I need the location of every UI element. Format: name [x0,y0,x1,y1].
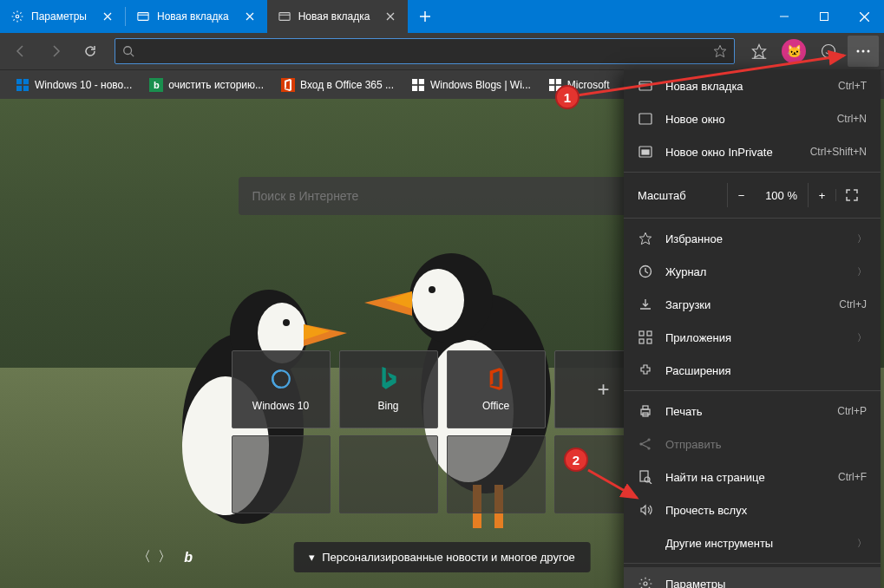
tile-label: Office [482,400,509,412]
forward-button[interactable] [40,36,71,67]
newtab-icon [278,10,291,23]
svg-rect-36 [549,85,554,90]
annotation-badge-1: 1 [555,85,580,109]
menu-new-inprivate[interactable]: Новое окно InPrivate Ctrl+Shift+N [624,135,881,168]
svg-rect-31 [419,79,424,84]
menu-apps[interactable]: Приложения 〉 [624,321,881,354]
bookmark-label: Windows Blogs | Wi... [430,79,531,91]
menu-shortcut: Ctrl+P [837,405,867,417]
maximize-button[interactable] [804,0,844,33]
svg-rect-53 [639,114,652,124]
svg-point-17 [124,47,132,55]
menu-share[interactable]: Отправить [624,428,881,461]
svg-point-42 [283,319,290,326]
tile-windows10[interactable]: Windows 10 [232,350,331,428]
svg-rect-35 [556,79,561,84]
tab-label: Новая вкладка [298,10,370,23]
gear-icon [638,576,653,588]
bookmark-item[interactable]: Windows 10 - ново... [9,75,139,95]
minimize-button[interactable] [764,0,804,33]
search-input[interactable] [252,189,625,203]
bookmark-item[interactable]: Вход в Office 365 ... [274,75,401,95]
windows-icon [269,367,293,391]
back-button[interactable] [5,36,36,67]
svg-line-70 [588,470,637,498]
newtab-icon [136,10,150,23]
tile-label: Windows 10 [252,400,309,412]
menu-history[interactable]: Журнал 〉 [624,255,881,288]
menu-shortcut: Ctrl+J [839,298,867,310]
next-image-button[interactable]: 〉 [158,548,172,566]
tile-empty[interactable] [447,435,546,513]
annotation-badge-2: 2 [564,448,588,472]
refresh-button[interactable] [75,36,106,67]
menu-label: Другие инструменты [665,537,845,550]
menu-new-window[interactable]: Новое окно Ctrl+N [624,102,881,135]
office-icon [281,78,295,92]
bing-icon [377,367,401,391]
download-icon [638,297,653,312]
titlebar: Параметры Новая вкладка Новая вкладка [0,0,884,33]
image-nav: 〈 〉 b [137,548,193,566]
prev-image-button[interactable]: 〈 [137,548,151,566]
tab-newtab-1[interactable]: Новая вкладка [126,0,267,33]
apps-icon [638,330,653,345]
bookmark-item[interactable]: b очистить историю... [142,75,271,95]
window-icon [638,111,653,127]
tile-bing[interactable]: Bing [339,350,438,428]
menu-label: Загрузки [665,298,827,311]
blank-icon [638,535,653,551]
svg-rect-60 [639,339,644,343]
menu-favorites[interactable]: Избранное 〉 [624,222,881,255]
menu-more-tools[interactable]: Другие инструменты 〉 [624,526,881,559]
menu-downloads[interactable]: Загрузки Ctrl+J [624,288,881,321]
svg-marker-56 [639,232,651,244]
bookmark-label: Windows 10 - ново... [35,79,132,91]
tile-office[interactable]: Office [447,350,546,428]
new-tab-button[interactable] [408,0,442,33]
menu-label: Параметры [665,578,867,589]
svg-rect-32 [412,85,417,90]
annotation-arrow-2 [581,463,651,506]
tab-settings[interactable]: Параметры [0,0,125,33]
tile-empty[interactable] [232,435,331,513]
menu-read-aloud[interactable]: Прочесть вслух [624,493,881,526]
share-icon [638,436,653,452]
chevron-down-icon: ▾ [309,551,315,564]
close-window-button[interactable] [844,0,884,33]
history-icon [638,264,653,279]
bookmark-item[interactable]: Windows Blogs | Wi... [404,75,538,95]
fullscreen-button[interactable] [835,189,867,201]
svg-rect-63 [643,406,648,409]
zoom-in-button[interactable]: + [808,183,835,207]
menu-shortcut: Ctrl+Shift+N [810,146,867,158]
zoom-out-button[interactable]: − [727,183,755,207]
close-icon[interactable] [101,10,115,23]
bookmark-label: Вход в Office 365 ... [300,79,394,91]
menu-label: Новое окно InPrivate [665,146,798,159]
menu-label: Прочесть вслух [665,504,867,517]
tab-newtab-2-active[interactable]: Новая вкладка [267,0,409,33]
svg-rect-33 [419,85,424,90]
svg-rect-3 [138,13,148,21]
menu-label: Печать [665,405,825,418]
menu-find[interactable]: Найти на странице Ctrl+F [624,461,881,493]
news-button[interactable]: ▾ Персонализированные новости и многое д… [293,542,591,572]
tile-empty[interactable] [339,435,438,513]
menu-print[interactable]: Печать Ctrl+P [624,395,881,428]
menu-settings[interactable]: Параметры [624,567,881,588]
extensions-icon [638,363,653,378]
menu-extensions[interactable]: Расширения [624,354,881,387]
svg-rect-34 [549,79,554,84]
search-icon [122,45,134,57]
svg-rect-14 [821,13,828,21]
chevron-right-icon: 〉 [857,265,867,278]
close-icon[interactable] [383,10,397,23]
menu-label: Приложения [665,331,845,344]
windows-grid-icon [411,78,425,92]
svg-rect-29 [23,85,29,90]
search-box[interactable]: b [239,177,646,215]
close-icon[interactable] [243,10,257,23]
menu-label: Новое окно [665,113,825,126]
svg-rect-58 [639,331,644,336]
